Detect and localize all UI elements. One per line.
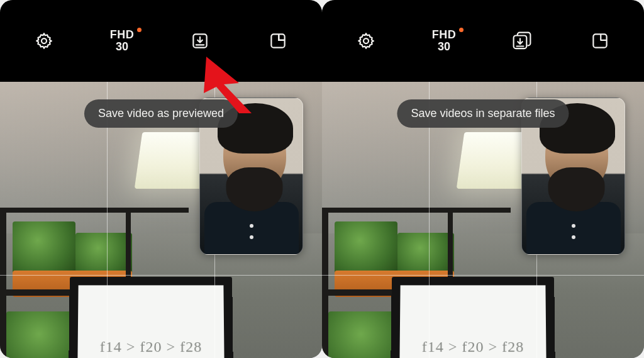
top-toolbar: FHD 30 bbox=[0, 0, 322, 82]
camera-screen-left: FHD 30 bbox=[0, 0, 322, 358]
resolution-label: FHD bbox=[432, 29, 457, 41]
settings-button[interactable] bbox=[355, 30, 377, 52]
save-mode-tooltip: Save video as previewed bbox=[84, 99, 238, 128]
resolution-label: FHD bbox=[110, 29, 135, 41]
fps-label: 30 bbox=[110, 41, 135, 53]
resolution-button[interactable]: FHD 30 bbox=[110, 29, 135, 53]
resolution-button[interactable]: FHD 30 bbox=[432, 29, 457, 53]
tooltip-text: Save videos in separate files bbox=[411, 107, 555, 120]
whiteboard-text: f14 > f20 > f28 bbox=[100, 338, 203, 355]
svg-point-0 bbox=[42, 38, 47, 43]
save-mode-button[interactable] bbox=[511, 30, 533, 52]
viewfinder[interactable]: f14 > f20 > f28 Save video as previewed bbox=[0, 82, 322, 358]
save-mode-button[interactable] bbox=[189, 30, 211, 52]
svg-point-4 bbox=[364, 38, 369, 43]
comparison-container: FHD 30 bbox=[0, 0, 644, 358]
svg-rect-6 bbox=[593, 34, 606, 47]
save-single-icon bbox=[191, 31, 209, 50]
layout-button[interactable] bbox=[267, 30, 289, 52]
recording-indicator-dot bbox=[137, 28, 142, 32]
svg-rect-2 bbox=[271, 34, 284, 47]
settings-button[interactable] bbox=[33, 30, 55, 52]
grid-line bbox=[0, 275, 322, 276]
whiteboard: f14 > f20 > f28 bbox=[69, 277, 233, 358]
tooltip-text: Save video as previewed bbox=[98, 107, 224, 120]
grid-line bbox=[322, 275, 644, 276]
fps-label: 30 bbox=[432, 41, 457, 53]
viewfinder[interactable]: f14 > f20 > f28 Save videos in separate … bbox=[322, 82, 644, 358]
whiteboard: f14 > f20 > f28 bbox=[391, 277, 555, 358]
top-toolbar: FHD 30 bbox=[322, 0, 644, 82]
camera-screen-right: FHD 30 bbox=[322, 0, 644, 358]
save-mode-tooltip: Save videos in separate files bbox=[397, 99, 569, 128]
pip-layout-icon bbox=[591, 31, 609, 50]
recording-indicator-dot bbox=[459, 28, 464, 32]
pip-layout-icon bbox=[269, 31, 287, 50]
gear-icon bbox=[35, 31, 53, 50]
save-separate-icon bbox=[511, 30, 533, 52]
layout-button[interactable] bbox=[589, 30, 611, 52]
gear-icon bbox=[357, 31, 375, 50]
whiteboard-text: f14 > f20 > f28 bbox=[422, 338, 525, 355]
